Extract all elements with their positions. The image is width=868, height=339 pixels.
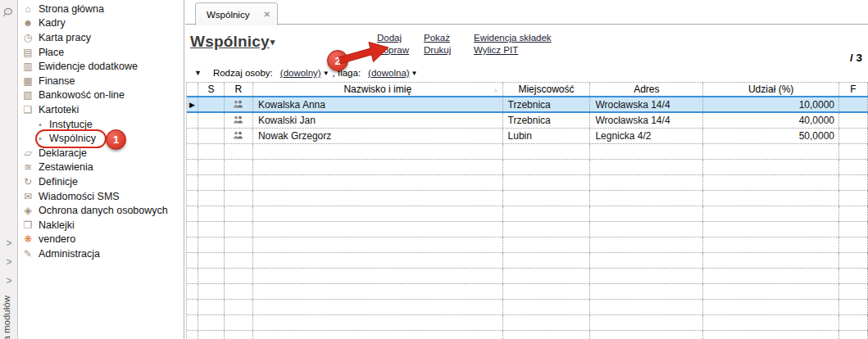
cell [187, 206, 198, 221]
column-header-f[interactable]: F [839, 83, 868, 96]
cell [225, 144, 253, 159]
cell: 50,0000 [703, 129, 839, 143]
table-row-empty[interactable] [187, 160, 868, 175]
sidebar-item-label: Finanse [39, 75, 75, 87]
sidebar-item-label: Kadry [39, 17, 66, 29]
cell [225, 113, 253, 128]
table-row[interactable]: ▶Kowalska AnnaTrzebnicaWrocławska 14/410… [187, 96, 868, 113]
cell [225, 284, 253, 299]
sidebar-item-vendero[interactable]: ❋vendero [19, 233, 184, 247]
ewidencja-sk-adek-link[interactable]: Ewidencja składek [474, 33, 552, 43]
table-row-empty[interactable] [187, 269, 868, 284]
bullet-icon: • [39, 120, 45, 129]
wylicz-pit-link[interactable]: Wylicz PIT [474, 45, 552, 55]
table-row[interactable]: Kowalski JanTrzebnicaWrocławska 14/440,0… [187, 113, 868, 129]
expand-chevron-icon[interactable]: > [0, 234, 18, 253]
cell [590, 175, 703, 190]
table-row-empty[interactable] [187, 206, 868, 222]
sort-asc-icon[interactable]: ▵ [494, 86, 498, 93]
sidebar-item-label: Strona główna [39, 3, 104, 15]
drukuj-link[interactable]: Drukuj [424, 45, 451, 55]
sidebar-item-kadry[interactable]: ☻Kadry [19, 16, 184, 31]
cell [839, 237, 868, 252]
sidebar-item-karta-pracy[interactable]: ◷Karta pracy [19, 30, 184, 45]
cell [703, 160, 839, 174]
sidebar-item-ochrona-danych-osobowych[interactable]: ◈Ochrona danych osobowych [19, 203, 184, 218]
cell [225, 300, 253, 314]
table-row-empty[interactable] [187, 175, 868, 191]
cell [253, 206, 503, 221]
cell [198, 160, 225, 174]
column-header-nazwisko-i-imie[interactable]: Nazwisko i imię▵ [253, 83, 503, 96]
close-icon[interactable]: ✕ [264, 10, 270, 19]
clock-icon: ◷ [21, 32, 34, 43]
table-row[interactable]: Nowak GrzegorzLubinLegnicka 4/250,0000 [187, 129, 868, 144]
sidebar-item-ewidencje-dodatkowe[interactable]: ▥Ewidencje dodatkowe [19, 59, 184, 74]
table-row-empty[interactable] [187, 237, 868, 253]
column-header-adres[interactable]: Adres [590, 83, 703, 96]
cell [703, 331, 839, 339]
page-title[interactable]: Wspólnicy▾ [190, 33, 275, 51]
column-header-miejscowosc[interactable]: Miejscowość [503, 83, 591, 96]
sidebar-item-p-ace[interactable]: ▤Płace [19, 45, 184, 60]
row-indicator-icon: ▶ [189, 101, 195, 109]
cell [590, 331, 703, 339]
cell [187, 284, 198, 299]
table-row-empty[interactable] [187, 191, 868, 206]
sidebar-item-label: Bankowość on-line [39, 89, 125, 101]
column-header-s[interactable]: S [198, 83, 225, 96]
sidebar-nav: ⌂Strona główna☻Kadry◷Karta pracy▤Płace▥E… [19, 0, 184, 339]
cell [703, 315, 839, 330]
sidebar-item-label: Płace [39, 47, 64, 58]
expand-chevron-icon[interactable]: > [0, 253, 18, 272]
sidebar-item-finanse[interactable]: ▦Finanse [19, 74, 184, 88]
sidebar-item-administracja[interactable]: ✎Administracja [19, 246, 184, 261]
table-row-empty[interactable] [187, 331, 868, 339]
table-row-empty[interactable] [187, 222, 868, 237]
module-palette-label[interactable]: ta modułów [2, 296, 11, 339]
step1-badge: 1 [106, 129, 126, 150]
cell [253, 253, 503, 268]
tab-wspolnicy[interactable]: Wspólnicy ✕ [195, 2, 278, 25]
table-row-empty[interactable] [187, 253, 868, 269]
chevron-down-icon[interactable]: ▼ [323, 70, 329, 77]
cell [225, 237, 253, 252]
cell [187, 315, 198, 330]
cell [839, 97, 868, 111]
cell: Wrocławska 14/4 [590, 113, 703, 128]
table-row-empty[interactable] [187, 144, 868, 160]
person-type-dropdown[interactable]: (dowolny) [280, 68, 321, 78]
table-row-empty[interactable] [187, 300, 868, 315]
partners-table: SRNazwisko i imię▵MiejscowośćAdresUdział… [186, 82, 868, 339]
table-row-empty[interactable] [187, 284, 868, 300]
cell [198, 191, 225, 206]
shield-icon: ◈ [21, 205, 34, 216]
filter-collapse-icon[interactable]: ▼ [194, 69, 202, 77]
cell [225, 129, 253, 143]
expand-chevron-icon[interactable]: > [0, 272, 18, 291]
finance-icon: ▦ [21, 75, 34, 87]
sidebar-item-label: Wiadomości SMS [39, 191, 120, 202]
sidebar-item-definicje[interactable]: ↻Definicje [19, 174, 184, 189]
sidebar-item-naklejki[interactable]: ❐Naklejki [19, 218, 184, 233]
sidebar-item-kartoteki[interactable]: ❏Kartoteki [19, 102, 184, 117]
column-header-indicator[interactable] [187, 83, 198, 96]
sidebar-item-wiadomosci-sms[interactable]: ✉Wiadomości SMS [19, 189, 184, 204]
sidebar-item-zestawienia[interactable]: ≋Zestawienia [19, 160, 184, 175]
cell [187, 253, 198, 268]
column-header-r[interactable]: R [225, 83, 253, 96]
column-header-udzia-[interactable]: Udział (%) [703, 83, 839, 96]
people-icon [233, 99, 243, 111]
sidebar-item-strona-g-owna[interactable]: ⌂Strona główna [19, 2, 184, 16]
cell: Nowak Grzegorz [253, 129, 503, 143]
cell: Kowalski Jan [253, 113, 503, 128]
flag-dropdown[interactable]: (dowolna) [368, 68, 410, 78]
table-row-empty[interactable] [187, 315, 868, 331]
cell [198, 237, 225, 252]
cell [503, 144, 591, 159]
sidebar-item-bankowosc-on-line[interactable]: ▧Bankowość on-line [19, 88, 184, 103]
chevron-down-icon[interactable]: ▼ [411, 70, 418, 77]
cell [703, 269, 839, 283]
pin-icon[interactable] [2, 7, 15, 20]
pokaz-link[interactable]: Pokaż [424, 33, 451, 43]
